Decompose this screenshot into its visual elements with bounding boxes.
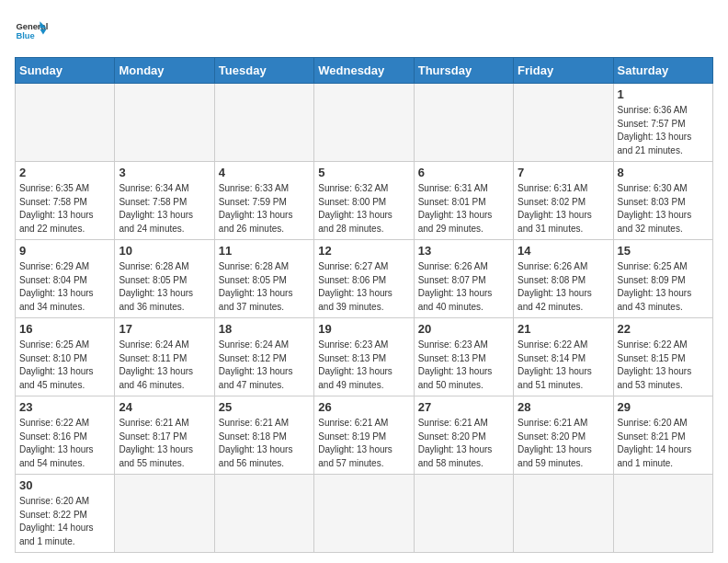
calendar-day-cell	[16, 84, 115, 162]
calendar-day-cell	[414, 84, 513, 162]
weekday-header-saturday: Saturday	[613, 58, 712, 84]
day-info: Sunrise: 6:34 AM Sunset: 7:58 PM Dayligh…	[119, 182, 210, 236]
day-number: 18	[219, 322, 310, 336]
day-number: 27	[418, 400, 509, 414]
calendar-day-cell: 27Sunrise: 6:21 AM Sunset: 8:20 PM Dayli…	[414, 396, 513, 475]
day-info: Sunrise: 6:30 AM Sunset: 8:03 PM Dayligh…	[618, 182, 709, 236]
day-number: 28	[518, 400, 609, 414]
weekday-header-friday: Friday	[514, 58, 613, 84]
svg-text:Blue: Blue	[16, 31, 34, 40]
day-number: 13	[418, 244, 509, 258]
calendar-day-cell: 4Sunrise: 6:33 AM Sunset: 7:59 PM Daylig…	[214, 162, 313, 240]
day-number: 20	[418, 322, 509, 336]
weekday-header-monday: Monday	[115, 58, 214, 84]
calendar-day-cell: 17Sunrise: 6:24 AM Sunset: 8:11 PM Dayli…	[115, 318, 214, 396]
calendar-day-cell: 10Sunrise: 6:28 AM Sunset: 8:05 PM Dayli…	[115, 240, 214, 318]
day-info: Sunrise: 6:24 AM Sunset: 8:12 PM Dayligh…	[219, 339, 310, 392]
day-number: 25	[219, 400, 310, 414]
calendar-day-cell: 11Sunrise: 6:28 AM Sunset: 8:05 PM Dayli…	[214, 240, 313, 318]
day-number: 3	[119, 166, 210, 179]
day-number: 21	[518, 322, 609, 336]
day-info: Sunrise: 6:26 AM Sunset: 8:07 PM Dayligh…	[418, 260, 509, 314]
logo-icon: General Blue	[15, 15, 48, 48]
calendar-day-cell: 18Sunrise: 6:24 AM Sunset: 8:12 PM Dayli…	[214, 318, 313, 396]
day-info: Sunrise: 6:36 AM Sunset: 7:57 PM Dayligh…	[618, 104, 709, 157]
day-info: Sunrise: 6:20 AM Sunset: 8:22 PM Dayligh…	[19, 495, 110, 548]
calendar-day-cell	[115, 475, 214, 553]
calendar-day-cell: 12Sunrise: 6:27 AM Sunset: 8:06 PM Dayli…	[314, 240, 414, 318]
day-number: 26	[318, 400, 409, 414]
calendar-day-cell: 6Sunrise: 6:31 AM Sunset: 8:01 PM Daylig…	[414, 162, 513, 240]
calendar-day-cell: 2Sunrise: 6:35 AM Sunset: 7:58 PM Daylig…	[16, 162, 115, 240]
calendar-day-cell: 29Sunrise: 6:20 AM Sunset: 8:21 PM Dayli…	[613, 396, 712, 475]
day-number: 30	[19, 478, 110, 492]
calendar-day-cell: 3Sunrise: 6:34 AM Sunset: 7:58 PM Daylig…	[115, 162, 214, 240]
day-number: 4	[219, 166, 310, 179]
calendar-week-row: 9Sunrise: 6:29 AM Sunset: 8:04 PM Daylig…	[16, 240, 713, 318]
day-info: Sunrise: 6:22 AM Sunset: 8:15 PM Dayligh…	[618, 339, 709, 392]
calendar-day-cell: 20Sunrise: 6:23 AM Sunset: 8:13 PM Dayli…	[414, 318, 513, 396]
calendar-day-cell: 14Sunrise: 6:26 AM Sunset: 8:08 PM Dayli…	[514, 240, 613, 318]
calendar-day-cell	[214, 84, 313, 162]
day-number: 9	[19, 244, 110, 258]
day-number: 2	[19, 166, 110, 179]
calendar-day-cell	[613, 475, 712, 553]
day-info: Sunrise: 6:21 AM Sunset: 8:20 PM Dayligh…	[418, 417, 509, 470]
weekday-header-tuesday: Tuesday	[214, 58, 313, 84]
calendar-day-cell: 5Sunrise: 6:32 AM Sunset: 8:00 PM Daylig…	[314, 162, 414, 240]
calendar-week-row: 30Sunrise: 6:20 AM Sunset: 8:22 PM Dayli…	[16, 475, 713, 553]
day-info: Sunrise: 6:27 AM Sunset: 8:06 PM Dayligh…	[318, 260, 409, 314]
day-number: 6	[418, 166, 509, 179]
calendar-day-cell: 25Sunrise: 6:21 AM Sunset: 8:18 PM Dayli…	[214, 396, 313, 475]
calendar-week-row: 1Sunrise: 6:36 AM Sunset: 7:57 PM Daylig…	[16, 84, 713, 162]
calendar-day-cell: 23Sunrise: 6:22 AM Sunset: 8:16 PM Dayli…	[16, 396, 115, 475]
calendar-day-cell	[314, 84, 414, 162]
day-number: 24	[119, 400, 210, 414]
day-number: 11	[219, 244, 310, 258]
calendar-day-cell	[414, 475, 513, 553]
calendar-day-cell	[514, 84, 613, 162]
day-number: 12	[318, 244, 409, 258]
day-number: 19	[318, 322, 409, 336]
calendar-day-cell: 24Sunrise: 6:21 AM Sunset: 8:17 PM Dayli…	[115, 396, 214, 475]
logo: General Blue	[15, 15, 48, 48]
day-number: 1	[618, 87, 709, 101]
day-number: 16	[19, 322, 110, 336]
day-info: Sunrise: 6:23 AM Sunset: 8:13 PM Dayligh…	[418, 339, 509, 392]
calendar-table: SundayMondayTuesdayWednesdayThursdayFrid…	[15, 57, 713, 553]
calendar-day-cell: 15Sunrise: 6:25 AM Sunset: 8:09 PM Dayli…	[613, 240, 712, 318]
day-info: Sunrise: 6:28 AM Sunset: 8:05 PM Dayligh…	[119, 260, 210, 314]
svg-marker-3	[40, 29, 46, 35]
calendar-week-row: 2Sunrise: 6:35 AM Sunset: 7:58 PM Daylig…	[16, 162, 713, 240]
day-number: 17	[119, 322, 210, 336]
day-number: 14	[518, 244, 609, 258]
calendar-day-cell: 30Sunrise: 6:20 AM Sunset: 8:22 PM Dayli…	[16, 475, 115, 553]
calendar-day-cell: 21Sunrise: 6:22 AM Sunset: 8:14 PM Dayli…	[514, 318, 613, 396]
day-info: Sunrise: 6:29 AM Sunset: 8:04 PM Dayligh…	[19, 260, 110, 314]
calendar-day-cell: 26Sunrise: 6:21 AM Sunset: 8:19 PM Dayli…	[314, 396, 414, 475]
day-info: Sunrise: 6:25 AM Sunset: 8:10 PM Dayligh…	[19, 339, 110, 392]
day-info: Sunrise: 6:21 AM Sunset: 8:17 PM Dayligh…	[119, 417, 210, 470]
day-number: 22	[618, 322, 709, 336]
day-number: 8	[618, 166, 709, 179]
day-number: 23	[19, 400, 110, 414]
day-info: Sunrise: 6:24 AM Sunset: 8:11 PM Dayligh…	[119, 339, 210, 392]
day-info: Sunrise: 6:25 AM Sunset: 8:09 PM Dayligh…	[618, 260, 709, 314]
calendar-day-cell: 19Sunrise: 6:23 AM Sunset: 8:13 PM Dayli…	[314, 318, 414, 396]
day-number: 10	[119, 244, 210, 258]
calendar-day-cell: 8Sunrise: 6:30 AM Sunset: 8:03 PM Daylig…	[613, 162, 712, 240]
calendar-day-cell	[115, 84, 214, 162]
day-number: 29	[618, 400, 709, 414]
calendar-day-cell	[314, 475, 414, 553]
day-number: 7	[518, 166, 609, 179]
day-info: Sunrise: 6:21 AM Sunset: 8:19 PM Dayligh…	[318, 417, 409, 470]
calendar-week-row: 23Sunrise: 6:22 AM Sunset: 8:16 PM Dayli…	[16, 396, 713, 475]
day-info: Sunrise: 6:28 AM Sunset: 8:05 PM Dayligh…	[219, 260, 310, 314]
calendar-day-cell: 22Sunrise: 6:22 AM Sunset: 8:15 PM Dayli…	[613, 318, 712, 396]
calendar-day-cell: 28Sunrise: 6:21 AM Sunset: 8:20 PM Dayli…	[514, 396, 613, 475]
day-info: Sunrise: 6:31 AM Sunset: 8:02 PM Dayligh…	[518, 182, 609, 236]
weekday-header-wednesday: Wednesday	[314, 58, 414, 84]
weekday-header-row: SundayMondayTuesdayWednesdayThursdayFrid…	[16, 58, 713, 84]
calendar-day-cell: 7Sunrise: 6:31 AM Sunset: 8:02 PM Daylig…	[514, 162, 613, 240]
calendar-day-cell	[214, 475, 313, 553]
